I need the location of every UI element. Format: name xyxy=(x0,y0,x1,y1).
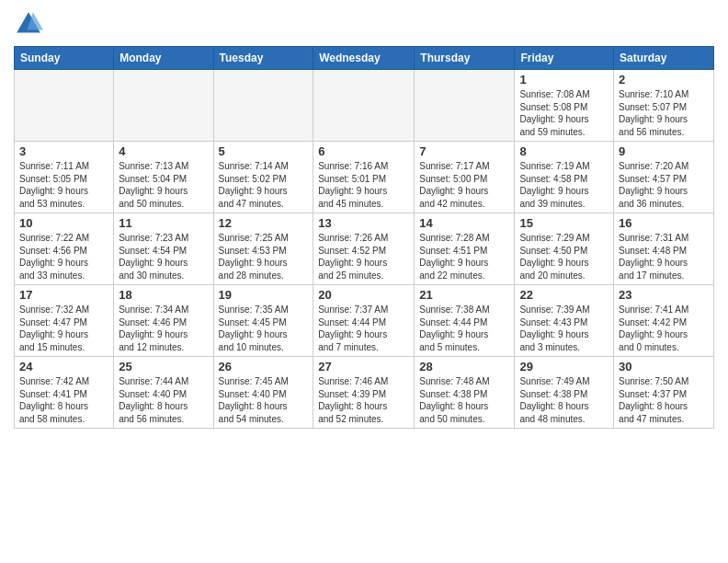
calendar-cell xyxy=(213,70,313,142)
calendar-week-row: 10Sunrise: 7:22 AM Sunset: 4:56 PM Dayli… xyxy=(15,213,714,285)
calendar-cell: 22Sunrise: 7:39 AM Sunset: 4:43 PM Dayli… xyxy=(515,285,614,357)
calendar-cell: 30Sunrise: 7:50 AM Sunset: 4:37 PM Dayli… xyxy=(614,357,714,429)
calendar-day-header: Tuesday xyxy=(213,47,313,70)
calendar-cell xyxy=(114,70,213,142)
day-info: Sunrise: 7:19 AM Sunset: 4:58 PM Dayligh… xyxy=(519,160,609,210)
day-number: 18 xyxy=(119,288,208,302)
calendar-cell: 17Sunrise: 7:32 AM Sunset: 4:47 PM Dayli… xyxy=(15,285,114,357)
day-number: 24 xyxy=(19,360,108,373)
day-info: Sunrise: 7:35 AM Sunset: 4:45 PM Dayligh… xyxy=(219,304,309,353)
day-info: Sunrise: 7:10 AM Sunset: 5:07 PM Dayligh… xyxy=(619,88,709,138)
day-number: 16 xyxy=(619,216,709,230)
calendar-cell: 2Sunrise: 7:10 AM Sunset: 5:07 PM Daylig… xyxy=(614,70,714,142)
day-info: Sunrise: 7:17 AM Sunset: 5:00 PM Dayligh… xyxy=(419,160,509,210)
day-number: 2 xyxy=(619,73,709,86)
day-info: Sunrise: 7:29 AM Sunset: 4:50 PM Dayligh… xyxy=(519,232,609,282)
day-info: Sunrise: 7:44 AM Sunset: 4:40 PM Dayligh… xyxy=(119,375,208,425)
calendar-cell xyxy=(313,70,415,142)
calendar-cell: 8Sunrise: 7:19 AM Sunset: 4:58 PM Daylig… xyxy=(515,142,614,213)
calendar-day-header: Saturday xyxy=(614,47,714,70)
calendar-cell: 23Sunrise: 7:41 AM Sunset: 4:42 PM Dayli… xyxy=(614,285,714,357)
day-info: Sunrise: 7:25 AM Sunset: 4:53 PM Dayligh… xyxy=(219,232,309,282)
day-info: Sunrise: 7:48 AM Sunset: 4:38 PM Dayligh… xyxy=(419,375,509,425)
calendar-cell: 1Sunrise: 7:08 AM Sunset: 5:08 PM Daylig… xyxy=(515,70,614,142)
day-number: 21 xyxy=(419,288,509,302)
calendar-day-header: Sunday xyxy=(15,47,114,70)
day-number: 22 xyxy=(519,288,609,302)
day-number: 23 xyxy=(619,288,709,302)
calendar-cell: 18Sunrise: 7:34 AM Sunset: 4:46 PM Dayli… xyxy=(114,285,213,357)
day-number: 1 xyxy=(519,73,609,86)
day-info: Sunrise: 7:23 AM Sunset: 4:54 PM Dayligh… xyxy=(119,232,208,282)
day-info: Sunrise: 7:32 AM Sunset: 4:47 PM Dayligh… xyxy=(19,304,108,353)
day-info: Sunrise: 7:22 AM Sunset: 4:56 PM Dayligh… xyxy=(19,232,108,282)
logo-icon xyxy=(14,9,43,39)
day-info: Sunrise: 7:31 AM Sunset: 4:48 PM Dayligh… xyxy=(619,232,709,282)
day-number: 4 xyxy=(119,144,208,158)
calendar-cell: 12Sunrise: 7:25 AM Sunset: 4:53 PM Dayli… xyxy=(213,213,313,285)
day-info: Sunrise: 7:16 AM Sunset: 5:01 PM Dayligh… xyxy=(318,160,409,210)
day-number: 26 xyxy=(219,360,309,373)
calendar-table: SundayMondayTuesdayWednesdayThursdayFrid… xyxy=(14,46,714,429)
calendar-cell: 13Sunrise: 7:26 AM Sunset: 4:52 PM Dayli… xyxy=(313,213,415,285)
day-info: Sunrise: 7:42 AM Sunset: 4:41 PM Dayligh… xyxy=(19,375,108,425)
day-number: 8 xyxy=(519,144,609,158)
calendar-cell: 9Sunrise: 7:20 AM Sunset: 4:57 PM Daylig… xyxy=(614,142,714,213)
calendar-week-row: 3Sunrise: 7:11 AM Sunset: 5:05 PM Daylig… xyxy=(15,142,714,213)
calendar-cell: 24Sunrise: 7:42 AM Sunset: 4:41 PM Dayli… xyxy=(15,357,114,429)
calendar-cell: 21Sunrise: 7:38 AM Sunset: 4:44 PM Dayli… xyxy=(415,285,515,357)
day-info: Sunrise: 7:46 AM Sunset: 4:39 PM Dayligh… xyxy=(318,375,409,425)
day-number: 27 xyxy=(318,360,409,373)
calendar-cell: 27Sunrise: 7:46 AM Sunset: 4:39 PM Dayli… xyxy=(313,357,415,429)
day-number: 29 xyxy=(519,360,609,373)
calendar-cell: 6Sunrise: 7:16 AM Sunset: 5:01 PM Daylig… xyxy=(313,142,415,213)
day-number: 5 xyxy=(219,144,309,158)
calendar-week-row: 1Sunrise: 7:08 AM Sunset: 5:08 PM Daylig… xyxy=(15,70,714,142)
calendar-cell: 3Sunrise: 7:11 AM Sunset: 5:05 PM Daylig… xyxy=(15,142,114,213)
calendar-week-row: 17Sunrise: 7:32 AM Sunset: 4:47 PM Dayli… xyxy=(15,285,714,357)
day-info: Sunrise: 7:28 AM Sunset: 4:51 PM Dayligh… xyxy=(419,232,509,282)
calendar-cell: 4Sunrise: 7:13 AM Sunset: 5:04 PM Daylig… xyxy=(114,142,213,213)
day-info: Sunrise: 7:41 AM Sunset: 4:42 PM Dayligh… xyxy=(619,304,709,353)
calendar-day-header: Friday xyxy=(515,47,614,70)
header xyxy=(14,9,714,39)
day-number: 9 xyxy=(619,144,709,158)
day-info: Sunrise: 7:20 AM Sunset: 4:57 PM Dayligh… xyxy=(619,160,709,210)
calendar-cell: 10Sunrise: 7:22 AM Sunset: 4:56 PM Dayli… xyxy=(15,213,114,285)
day-number: 25 xyxy=(119,360,208,373)
day-number: 12 xyxy=(219,216,309,230)
calendar-cell: 29Sunrise: 7:49 AM Sunset: 4:38 PM Dayli… xyxy=(515,357,614,429)
calendar-cell: 5Sunrise: 7:14 AM Sunset: 5:02 PM Daylig… xyxy=(213,142,313,213)
calendar-cell: 11Sunrise: 7:23 AM Sunset: 4:54 PM Dayli… xyxy=(114,213,213,285)
day-info: Sunrise: 7:49 AM Sunset: 4:38 PM Dayligh… xyxy=(519,375,609,425)
page: SundayMondayTuesdayWednesdayThursdayFrid… xyxy=(0,0,728,563)
day-info: Sunrise: 7:38 AM Sunset: 4:44 PM Dayligh… xyxy=(419,304,509,353)
day-info: Sunrise: 7:13 AM Sunset: 5:04 PM Dayligh… xyxy=(119,160,208,210)
day-number: 30 xyxy=(619,360,709,373)
calendar-cell: 28Sunrise: 7:48 AM Sunset: 4:38 PM Dayli… xyxy=(415,357,515,429)
logo xyxy=(14,9,47,39)
day-number: 28 xyxy=(419,360,509,373)
calendar-cell: 26Sunrise: 7:45 AM Sunset: 4:40 PM Dayli… xyxy=(213,357,313,429)
calendar-week-row: 24Sunrise: 7:42 AM Sunset: 4:41 PM Dayli… xyxy=(15,357,714,429)
day-info: Sunrise: 7:50 AM Sunset: 4:37 PM Dayligh… xyxy=(619,375,709,425)
day-number: 19 xyxy=(219,288,309,302)
day-number: 3 xyxy=(19,144,108,158)
day-info: Sunrise: 7:26 AM Sunset: 4:52 PM Dayligh… xyxy=(318,232,409,282)
calendar-cell: 7Sunrise: 7:17 AM Sunset: 5:00 PM Daylig… xyxy=(415,142,515,213)
calendar-cell: 20Sunrise: 7:37 AM Sunset: 4:44 PM Dayli… xyxy=(313,285,415,357)
day-number: 13 xyxy=(318,216,409,230)
day-number: 15 xyxy=(519,216,609,230)
day-number: 7 xyxy=(419,144,509,158)
day-number: 11 xyxy=(119,216,208,230)
calendar-cell: 19Sunrise: 7:35 AM Sunset: 4:45 PM Dayli… xyxy=(213,285,313,357)
day-info: Sunrise: 7:11 AM Sunset: 5:05 PM Dayligh… xyxy=(19,160,108,210)
calendar-cell: 25Sunrise: 7:44 AM Sunset: 4:40 PM Dayli… xyxy=(114,357,213,429)
calendar-header-row: SundayMondayTuesdayWednesdayThursdayFrid… xyxy=(15,47,714,70)
day-number: 14 xyxy=(419,216,509,230)
calendar-cell xyxy=(415,70,515,142)
day-info: Sunrise: 7:45 AM Sunset: 4:40 PM Dayligh… xyxy=(219,375,309,425)
day-number: 6 xyxy=(318,144,409,158)
day-info: Sunrise: 7:14 AM Sunset: 5:02 PM Dayligh… xyxy=(219,160,309,210)
day-info: Sunrise: 7:39 AM Sunset: 4:43 PM Dayligh… xyxy=(519,304,609,353)
